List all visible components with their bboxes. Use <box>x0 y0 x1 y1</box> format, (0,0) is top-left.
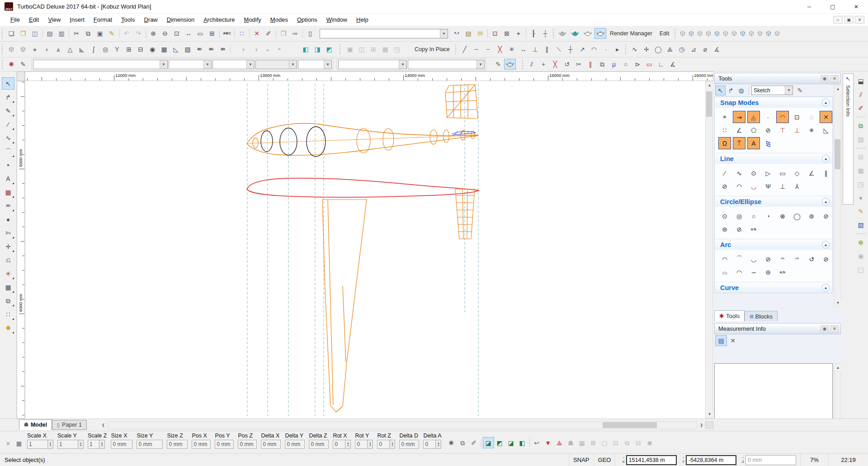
field-size-z-input[interactable] <box>167 440 188 449</box>
spinner[interactable]: ▲▼ <box>48 440 53 449</box>
palette-scrollbar[interactable]: ▲ ▼ <box>834 85 841 307</box>
scroll-up-icon[interactable]: ▲ <box>706 81 713 89</box>
menu-help[interactable]: Help <box>352 14 373 25</box>
start-end-arc-icon[interactable]: ◡ <box>747 253 760 265</box>
panel-globe-icon[interactable]: ◍ <box>736 86 746 95</box>
export-icon[interactable]: ⇨ <box>289 28 301 39</box>
scroll-up-icon[interactable]: ▲ <box>834 364 842 371</box>
toolbar-grip[interactable] <box>2 29 5 38</box>
snap-tangent-icon[interactable]: ⊘ <box>762 124 774 136</box>
table-dot-icon[interactable]: ▦ <box>576 437 588 448</box>
diameter-icon[interactable]: ⌀ <box>699 44 711 55</box>
arc-marker-icon[interactable]: ◠ <box>588 44 600 55</box>
rotated-arc-icon[interactable]: ↺ <box>805 253 818 265</box>
scroll-up-icon[interactable]: ▲ <box>834 85 842 93</box>
slope-mark-icon[interactable]: ⟍ <box>553 44 565 55</box>
redline-pen-icon[interactable]: ✐ <box>855 102 867 114</box>
move-tool-icon[interactable]: + <box>538 59 549 70</box>
section-header-circle-ellipse[interactable]: Circle/Ellipse ▲ <box>715 196 832 207</box>
inspector-pen-icon[interactable]: ✐ <box>468 437 480 448</box>
render-toggle-icon[interactable] <box>504 59 516 70</box>
property-combo-4[interactable]: ▼ <box>255 60 297 69</box>
scroll-down-icon[interactable]: ▼ <box>706 410 713 418</box>
angle-tool-icon[interactable]: ∡ <box>667 59 679 70</box>
snap-nearest-icon[interactable]: ∙ <box>762 111 774 123</box>
angled-line-icon[interactable]: ∠ <box>805 167 818 179</box>
toolbar-grip[interactable] <box>455 44 458 54</box>
scrollbar-thumb[interactable] <box>835 139 840 169</box>
spinner[interactable]: ▲▼ <box>78 440 84 449</box>
zoom-out-icon[interactable]: ⊖ <box>159 28 171 39</box>
close-icon[interactable]: ✕ <box>830 75 839 82</box>
dash-pattern-icon[interactable]: ┄ <box>471 44 482 55</box>
pin-icon[interactable]: ◉ <box>821 325 829 333</box>
rectangle-icon[interactable]: ▭ <box>776 167 789 179</box>
tab-paper-1[interactable]: ▯ Paper 1 <box>52 420 87 430</box>
dot-pattern-icon[interactable]: ┈ <box>482 44 494 55</box>
paint-drop-icon[interactable]: ▼ <box>542 437 554 448</box>
hatch-lines-icon[interactable]: ⫽ <box>855 89 867 100</box>
move-cross-icon[interactable]: ✛ <box>2 240 14 252</box>
menu-insert[interactable]: Insert <box>65 14 89 25</box>
select-mode-icon[interactable]: ⊡ <box>489 28 501 39</box>
pen-style-icon[interactable]: ✎ <box>492 59 504 70</box>
ratio-arc-icon[interactable]: a:b <box>776 266 789 278</box>
new-file-icon[interactable]: ❏ <box>5 28 17 39</box>
tangent-from-arc-icon[interactable]: ◠ <box>733 180 745 192</box>
menu-file[interactable]: File <box>6 14 24 25</box>
center-extents-icon[interactable]: ⊕ <box>855 237 867 248</box>
field-delta-d-input[interactable] <box>399 440 419 449</box>
copy-array-icon[interactable]: ⧉ <box>2 295 14 307</box>
three-point-circle-icon[interactable]: ◔ <box>762 210 774 222</box>
menu-format[interactable]: Format <box>89 14 117 25</box>
sine-tool-icon[interactable]: ∿ <box>629 44 641 55</box>
scrollbar-thumb[interactable] <box>706 91 712 117</box>
tangent-to-circle-icon[interactable]: ⊘ <box>718 180 731 192</box>
measurement-list-icon[interactable]: ▤ <box>715 335 727 346</box>
maximize-button[interactable]: ▢ <box>821 0 844 14</box>
warning-triangle-icon[interactable]: ⟁ <box>554 437 565 448</box>
cone-tool-icon[interactable]: ▲ <box>52 44 64 55</box>
workplane-wp-icon[interactable]: ◩ <box>494 437 505 448</box>
snap-toggle[interactable]: SNAP <box>569 454 593 466</box>
plus-node-icon[interactable]: ✛ <box>641 44 652 55</box>
disk-tool-icon[interactable]: ◉ <box>146 44 158 55</box>
selection-bounds-icon[interactable]: ▢ <box>855 264 867 276</box>
canvas-horizontal-scrollbar[interactable] <box>108 421 697 429</box>
path-tool-icon[interactable]: ⊳ <box>632 59 643 70</box>
saw-box-icon[interactable]: ◳ <box>855 178 867 190</box>
close-button[interactable]: ✕ <box>844 0 868 14</box>
view-cube-icon[interactable] <box>704 28 712 39</box>
facet-intersect-icon[interactable]: ◩ <box>323 44 335 55</box>
point-tool-icon[interactable]: • <box>2 159 14 171</box>
sphere-palette-icon[interactable]: ● <box>855 192 867 204</box>
snap-angle-icon[interactable]: ∠ <box>733 124 745 136</box>
measure-angle-icon[interactable]: ∡ <box>711 44 723 55</box>
viewport-4-icon[interactable]: ⊞ <box>368 44 379 55</box>
tab-model[interactable]: ☗ Model <box>19 419 52 430</box>
mesh-tool-icon[interactable]: ▦ <box>158 44 170 55</box>
minimize-button[interactable]: ─ <box>797 0 821 14</box>
snap-face-center-icon[interactable]: ⊡ <box>791 111 803 123</box>
chevron-down-icon[interactable]: ▼ <box>785 86 793 95</box>
tan-point-arc-icon[interactable]: ⌓ <box>718 266 731 278</box>
save-icon[interactable]: ◫ <box>29 28 41 39</box>
pin-icon[interactable]: ◉ <box>821 75 829 82</box>
concentric-circle-icon[interactable]: ◎ <box>733 210 745 222</box>
render-manager-label[interactable]: Render Manager <box>610 30 652 37</box>
snap-middle-v-icon[interactable]: ⊤ <box>776 124 789 136</box>
pen-tool-icon[interactable]: ✎ <box>2 105 14 117</box>
inspector-close-icon[interactable]: ✕ <box>3 438 14 449</box>
zoom-extents-icon[interactable]: ↔ <box>183 28 194 39</box>
helix-tool-icon[interactable]: ʃ <box>88 44 99 55</box>
preset-dropdown[interactable]: Sketch ▼ <box>751 86 793 95</box>
close-icon[interactable]: ✕ <box>830 325 839 333</box>
hemisphere-tool-icon[interactable]: ◖ <box>41 44 52 55</box>
two-point-bottom-circle-icon[interactable]: ◯ <box>791 210 803 222</box>
concentric-arc-icon[interactable]: ⌒ <box>733 253 745 265</box>
context-help-icon[interactable]: ↖? <box>451 28 462 39</box>
arc-123-icon[interactable]: ¹²³ <box>776 253 789 265</box>
two-point-circle-icon[interactable]: ○ <box>747 210 760 222</box>
copy-in-place-label[interactable]: Copy In Place <box>415 46 450 52</box>
snap-grid-icon[interactable]: ⇥ <box>733 111 745 123</box>
